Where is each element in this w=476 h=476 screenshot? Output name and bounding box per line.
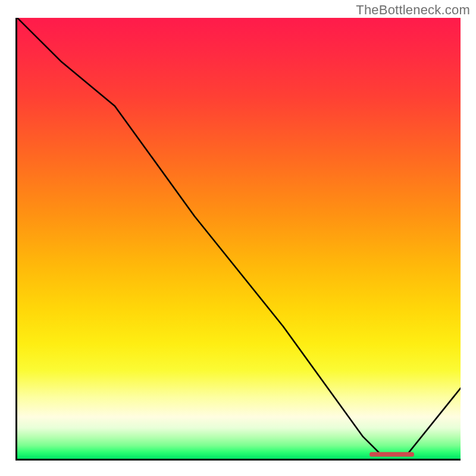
chart-svg xyxy=(17,18,461,459)
attribution-text: TheBottleneck.com xyxy=(356,2,470,18)
bottleneck-curve-line xyxy=(17,18,461,455)
chart-plot-area xyxy=(15,18,461,461)
